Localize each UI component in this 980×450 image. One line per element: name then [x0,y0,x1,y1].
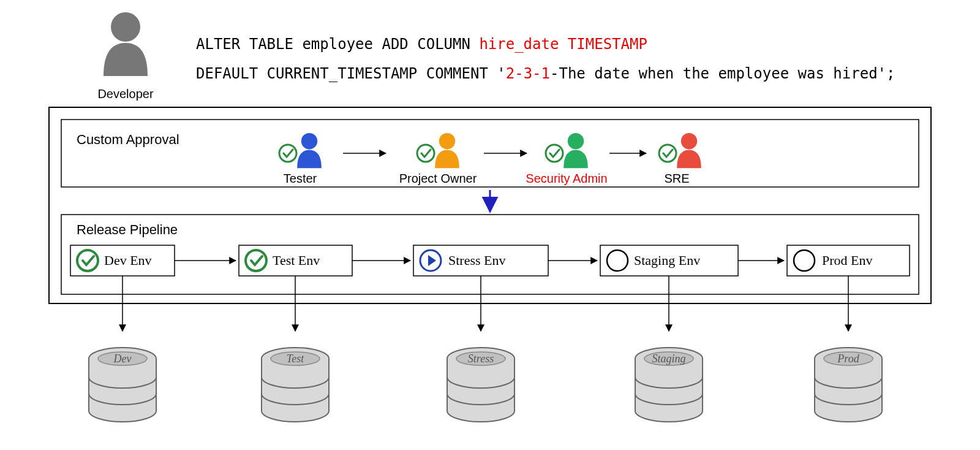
sre-label: SRE [664,172,689,185]
db-test: Test [262,348,329,422]
db-staging: Staging [635,348,703,422]
owner-label: Project Owner [399,172,477,185]
svg-text:Staging: Staging [652,353,685,365]
approval-title: Custom Approval [77,132,179,147]
env-dev: Dev Env [70,245,175,276]
svg-text:Test Env: Test Env [273,253,320,268]
approver-security [546,133,588,168]
developer-label: Developer [97,87,154,101]
svg-text:Staging Env: Staging Env [634,253,700,268]
env-prod: Prod Env [787,245,910,276]
developer-icon [104,12,148,76]
pipeline-title: Release Pipeline [77,222,178,237]
sql-line-1: ALTER TABLE employee ADD COLUMN hire_dat… [196,36,647,53]
env-test: Test Env [239,245,352,276]
env-stress: Stress Env [413,245,548,276]
db-stress: Stress [447,348,514,422]
db-prod: Prod [815,348,882,422]
security-label: Security Admin [526,172,607,185]
approver-owner [417,133,459,168]
db-dev: Dev [89,348,156,422]
svg-text:Prod Env: Prod Env [822,253,873,268]
svg-text:Prod: Prod [837,353,859,365]
svg-text:Dev: Dev [113,353,132,365]
approver-sre [659,133,701,168]
env-staging: Staging Env [600,245,738,276]
svg-text:Test: Test [287,353,304,365]
svg-text:Stress: Stress [468,353,494,365]
tester-label: Tester [284,172,317,185]
sql-line-2: DEFAULT CURRENT_TIMESTAMP COMMENT '2-3-1… [196,65,895,82]
approver-tester [279,133,322,168]
svg-text:Stress Env: Stress Env [448,253,506,268]
svg-text:Dev Env: Dev Env [104,253,152,268]
